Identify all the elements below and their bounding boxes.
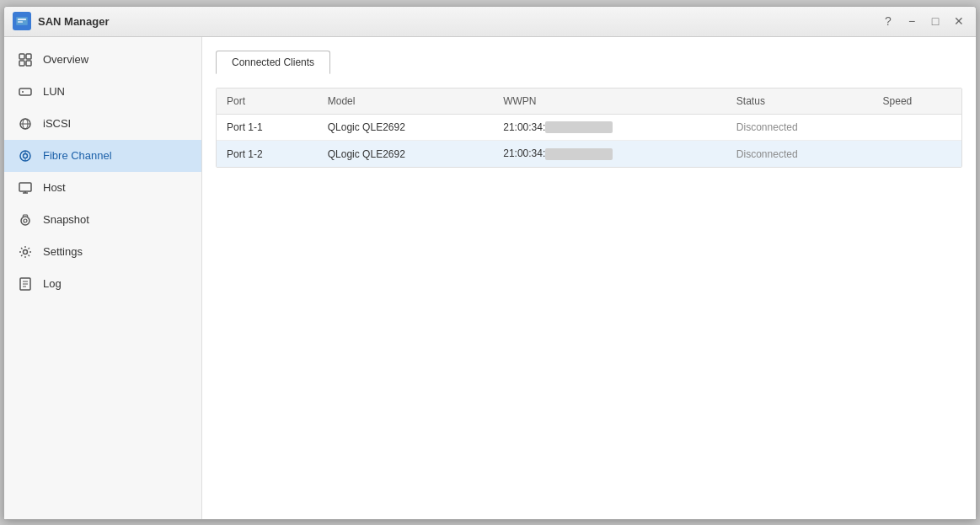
sidebar-item-lun[interactable]: LUN bbox=[4, 76, 201, 108]
app-icon bbox=[13, 12, 31, 30]
sidebar-label-snapshot: Snapshot bbox=[43, 213, 89, 226]
tab-connected-clients[interactable]: Connected Clients bbox=[216, 51, 330, 74]
sidebar-label-host: Host bbox=[43, 181, 66, 194]
sidebar-label-fibre-channel: Fibre Channel bbox=[43, 149, 112, 162]
sidebar-item-iscsi[interactable]: iSCSI bbox=[4, 108, 201, 140]
cell-port: Port 1-2 bbox=[217, 141, 318, 167]
sidebar-item-log[interactable]: Log bbox=[4, 268, 201, 300]
content-area: Connected Clients Port Model WWPN Status… bbox=[202, 37, 976, 519]
cell-speed bbox=[873, 141, 961, 167]
svg-rect-16 bbox=[19, 183, 31, 191]
fibre-channel-icon bbox=[18, 148, 33, 163]
cell-model: QLogic QLE2692 bbox=[318, 114, 493, 141]
maximize-button[interactable]: □ bbox=[927, 13, 944, 29]
main-area: Overview LUN bbox=[4, 37, 976, 519]
lun-icon bbox=[18, 84, 33, 99]
sidebar-item-settings[interactable]: Settings bbox=[4, 236, 201, 268]
cell-speed bbox=[873, 114, 961, 141]
svg-point-13 bbox=[24, 153, 28, 158]
col-wwpn: WWPN bbox=[493, 88, 726, 115]
cell-wwpn: 21:00:34: bbox=[493, 141, 726, 167]
tab-bar: Connected Clients bbox=[216, 51, 962, 74]
cell-model: QLogic QLE2692 bbox=[318, 141, 493, 167]
sidebar-label-iscsi: iSCSI bbox=[43, 117, 71, 130]
svg-point-8 bbox=[22, 91, 24, 93]
wwpn-redacted bbox=[545, 148, 613, 160]
cell-port: Port 1-1 bbox=[217, 114, 318, 141]
cell-wwpn: 21:00:34: bbox=[493, 114, 726, 141]
clients-table: Port Model WWPN Status Speed Port 1-1 QL… bbox=[216, 88, 962, 169]
wwpn-redacted bbox=[545, 121, 613, 133]
window-title: SAN Manager bbox=[38, 15, 880, 28]
sidebar-label-log: Log bbox=[43, 277, 62, 290]
main-window: SAN Manager ? − □ ✕ Overview bbox=[3, 6, 977, 520]
svg-rect-4 bbox=[26, 54, 31, 59]
sidebar-label-settings: Settings bbox=[43, 245, 83, 258]
sidebar-label-lun: LUN bbox=[43, 85, 65, 98]
sidebar-label-overview: Overview bbox=[43, 53, 88, 66]
overview-icon bbox=[18, 52, 33, 67]
sidebar-item-fibre-channel[interactable]: Fibre Channel bbox=[4, 140, 201, 172]
svg-rect-2 bbox=[18, 21, 23, 23]
col-speed: Speed bbox=[873, 88, 961, 115]
table-header-row: Port Model WWPN Status Speed bbox=[217, 88, 961, 115]
close-button[interactable]: ✕ bbox=[951, 13, 967, 29]
sidebar: Overview LUN bbox=[4, 37, 202, 519]
svg-rect-7 bbox=[19, 88, 31, 95]
sidebar-item-overview[interactable]: Overview bbox=[4, 44, 201, 76]
host-icon bbox=[18, 180, 33, 196]
svg-rect-3 bbox=[19, 54, 24, 59]
svg-rect-1 bbox=[18, 19, 26, 20]
window-controls: ? − □ ✕ bbox=[880, 13, 967, 29]
table-row[interactable]: Port 1-2 QLogic QLE2692 21:00:34: Discon… bbox=[217, 141, 961, 167]
table-row[interactable]: Port 1-1 QLogic QLE2692 21:00:34: Discon… bbox=[217, 114, 961, 141]
help-button[interactable]: ? bbox=[880, 13, 897, 29]
sidebar-item-host[interactable]: Host bbox=[4, 172, 201, 204]
svg-point-21 bbox=[24, 249, 28, 254]
log-icon bbox=[18, 276, 33, 292]
titlebar: SAN Manager ? − □ ✕ bbox=[4, 7, 976, 37]
settings-icon bbox=[18, 244, 33, 260]
iscsi-icon bbox=[18, 116, 33, 131]
snapshot-icon bbox=[18, 212, 33, 228]
svg-rect-5 bbox=[19, 61, 24, 66]
cell-status: Disconnected bbox=[726, 141, 873, 167]
svg-point-19 bbox=[21, 217, 29, 225]
col-model: Model bbox=[318, 88, 493, 115]
svg-point-20 bbox=[24, 219, 27, 222]
minimize-button[interactable]: − bbox=[903, 13, 920, 29]
sidebar-item-snapshot[interactable]: Snapshot bbox=[4, 204, 201, 236]
svg-rect-6 bbox=[26, 61, 31, 66]
col-port: Port bbox=[217, 88, 318, 115]
cell-status: Disconnected bbox=[726, 114, 873, 141]
col-status: Status bbox=[726, 88, 873, 115]
